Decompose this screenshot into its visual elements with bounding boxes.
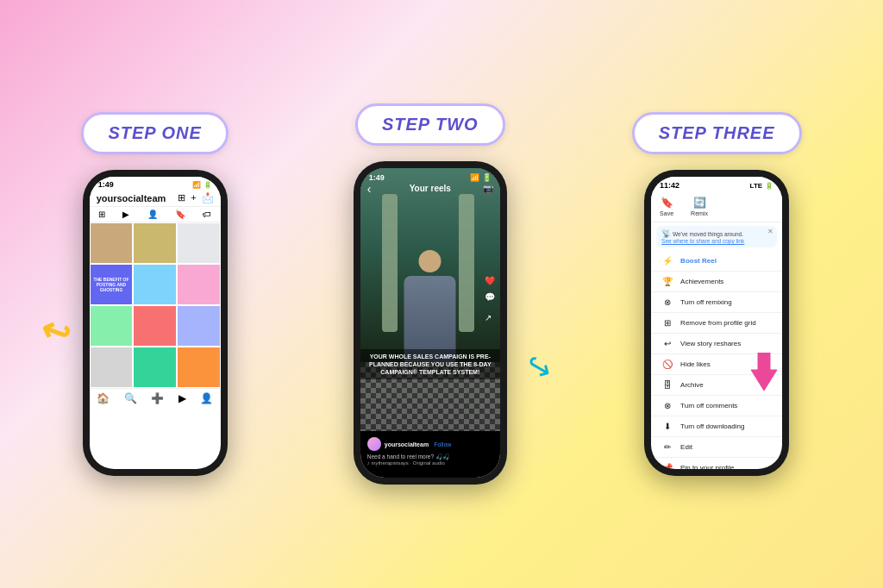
save-button[interactable]: 🔖 Save xyxy=(660,197,673,216)
grid-cell-10[interactable] xyxy=(91,347,133,387)
reels-status-bar: 1:49 📶 🔋 xyxy=(360,168,500,184)
menu-status-bar: 11:42 LTE 🔋 xyxy=(651,177,782,191)
remix-button[interactable]: 🔄 Remix xyxy=(691,197,708,216)
phone-three: 11:42 LTE 🔋 🔖 Save 🔄 Remix xyxy=(644,170,789,476)
pink-arrow xyxy=(749,353,779,394)
grid-cell-5[interactable] xyxy=(134,265,176,304)
ig-bottom-nav: 🏠 🔍 ➕ ▶ 👤 xyxy=(90,388,221,407)
menu-item-achievements[interactable]: 🏆 Achievements xyxy=(651,272,782,292)
menu-item-story-reshares[interactable]: ↩ View story reshares xyxy=(651,334,782,354)
grid-cell-7[interactable] xyxy=(91,306,133,346)
yellow-arrow: ↩ xyxy=(35,307,77,354)
step-one-label: STEP ONE xyxy=(81,112,228,154)
ig-nav-icons: ⊞ ▶ 👤 🔖 🏷 xyxy=(90,207,221,222)
ig-grid: THE BENEFIT OF POSTING AND GHOSTING xyxy=(90,222,221,388)
grid-cell-2[interactable] xyxy=(134,223,176,263)
reels-side-icons: ❤️ 💬 ↗ xyxy=(485,276,495,324)
phone-one: ↩ 1:49 📶 🔋 yoursocialteam ⊞ + 📩 xyxy=(83,170,228,476)
grid-cell-12[interactable] xyxy=(178,347,220,387)
grid-cell-8[interactable] xyxy=(134,306,176,346)
menu-item-turn-off-comments[interactable]: ⊗ Turn off comments xyxy=(651,396,782,416)
main-container: STEP ONE ↩ 1:49 📶 🔋 yoursocialteam ⊞ + xyxy=(19,18,864,570)
phone-two: ↩ 1:49 📶 🔋 ‹ Your reels 📷 xyxy=(354,161,507,485)
reels-title-bar: ‹ Your reels 📷 xyxy=(360,184,500,193)
reels-user-row: yoursocialteam Follow xyxy=(367,435,493,454)
ig-header: yoursocialteam ⊞ + 📩 xyxy=(90,191,221,207)
step-two-column: STEP TWO ↩ 1:49 📶 🔋 ‹ Your ree xyxy=(354,103,507,485)
reels-description: Need a hand to reel more? 🎣🎣 xyxy=(367,454,493,460)
reels-caption-overlay: YOUR WHOLE SALES CAMPAIGN IS PRE-PLANNED… xyxy=(360,349,500,379)
menu-item-edit[interactable]: ✏ Edit xyxy=(651,437,782,458)
menu-item-turn-off-remixing[interactable]: ⊗ Turn off remixing xyxy=(651,292,782,313)
step-one-column: STEP ONE ↩ 1:49 📶 🔋 yoursocialteam ⊞ + xyxy=(81,112,228,476)
menu-top-actions: 🔖 Save 🔄 Remix xyxy=(651,191,782,222)
menu-item-boost[interactable]: ⚡ Boost Reel xyxy=(651,251,782,272)
grid-cell-3[interactable] xyxy=(178,223,220,263)
step-three-label: STEP THREE xyxy=(632,112,802,154)
step-three-column: STEP THREE 11:42 LTE 🔋 🔖 xyxy=(632,112,802,476)
reels-content: 1:49 📶 🔋 ‹ Your reels 📷 xyxy=(360,168,500,431)
grid-cell-4[interactable]: THE BENEFIT OF POSTING AND GHOSTING xyxy=(91,265,133,304)
cyan-arrow: ↩ xyxy=(518,345,559,389)
grid-cell-11[interactable] xyxy=(134,347,176,387)
svg-marker-0 xyxy=(751,353,777,391)
phone-three-screen: 11:42 LTE 🔋 🔖 Save 🔄 Remix xyxy=(651,177,782,469)
menu-item-remove-grid[interactable]: ⊞ Remove from profile grid xyxy=(651,313,782,334)
phone-one-screen: 1:49 📶 🔋 yoursocialteam ⊞ + 📩 ⊞ xyxy=(90,177,221,469)
status-bar-one: 1:49 📶 🔋 xyxy=(90,177,221,191)
menu-item-turn-off-downloading[interactable]: ⬇ Turn off downloading xyxy=(651,416,782,437)
grid-cell-6[interactable] xyxy=(178,265,220,304)
reels-bottom-info: yoursocialteam Follow Need a hand to ree… xyxy=(360,431,500,478)
reels-avatar xyxy=(367,437,381,451)
menu-item-pin[interactable]: 📌 Pin to your profile xyxy=(651,458,782,469)
step-two-label: STEP TWO xyxy=(355,103,505,146)
grid-cell-9[interactable] xyxy=(178,306,220,346)
grid-cell-1[interactable] xyxy=(91,223,133,263)
phone-two-screen: 1:49 📶 🔋 ‹ Your reels 📷 xyxy=(360,168,500,478)
reels-audio: ♪ mytherapistsays · Original audio xyxy=(367,460,493,466)
menu-notice: 📡 We've moved things around. See where t… xyxy=(656,226,777,247)
